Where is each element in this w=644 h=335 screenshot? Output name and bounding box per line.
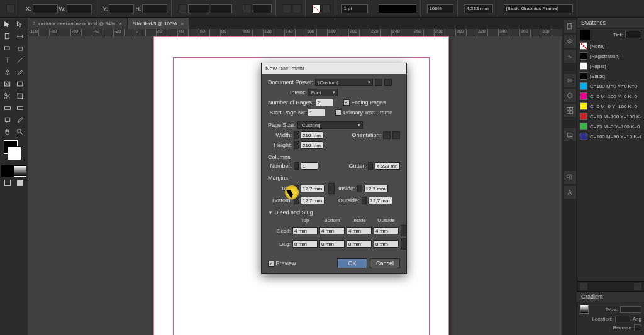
- close-icon[interactable]: ×: [180, 21, 184, 26]
- orientation-landscape[interactable]: [392, 131, 400, 139]
- link-margins-icon[interactable]: [328, 183, 335, 194]
- bleed-bottom[interactable]: [319, 227, 345, 234]
- links-panel-icon[interactable]: [564, 50, 576, 63]
- stroke-swatch[interactable]: [8, 146, 21, 160]
- preset-dd[interactable]: [Custom]: [315, 79, 373, 86]
- cols-stepper[interactable]: [294, 162, 299, 170]
- gap-field[interactable]: [464, 4, 493, 13]
- doc-tab-1[interactable]: 2_каталог светильники.indd @ 94%×: [28, 18, 128, 29]
- top-stepper[interactable]: [294, 185, 299, 192]
- location-field[interactable]: [615, 316, 630, 322]
- doc-tab-2[interactable]: *Untitled-3 @ 106%×: [128, 18, 189, 29]
- swatch-row[interactable]: C=100 M=0 Y=0 K=0: [577, 81, 644, 91]
- selection-tool[interactable]: [1, 19, 14, 30]
- facing-checkbox[interactable]: ✓: [343, 99, 350, 106]
- color-panel-icon[interactable]: [564, 89, 576, 102]
- gutter-field[interactable]: [375, 162, 400, 170]
- swatches-panel-header[interactable]: Swatches: [577, 18, 644, 28]
- fill-icon[interactable]: [312, 4, 321, 13]
- link-slug-icon[interactable]: [401, 238, 407, 250]
- page-tool[interactable]: [1, 31, 14, 42]
- stroke-panel-icon[interactable]: [564, 74, 576, 87]
- gradient-swatch-tool[interactable]: [1, 102, 14, 114]
- slug-bottom[interactable]: [319, 240, 345, 248]
- type-tool[interactable]: [1, 55, 14, 66]
- rotate-field[interactable]: [253, 4, 272, 13]
- preview-view-icon[interactable]: [14, 177, 27, 189]
- swatch-row[interactable]: C=0 M=0 Y=100 K=0: [577, 101, 644, 111]
- gradient-panel-header[interactable]: Gradient: [577, 292, 644, 302]
- pages-panel-icon[interactable]: [564, 20, 576, 33]
- direct-selection-tool[interactable]: [14, 19, 27, 30]
- slug-inside[interactable]: [347, 240, 372, 248]
- pen-tool[interactable]: [1, 67, 14, 78]
- margin-outside-field[interactable]: [369, 197, 392, 204]
- stroke-icon[interactable]: [322, 4, 331, 13]
- page-size-dd[interactable]: [Custom]: [297, 121, 363, 129]
- content-collector-tool[interactable]: [1, 43, 14, 54]
- fill-proxy[interactable]: [580, 30, 590, 40]
- swatch-row[interactable]: C=15 M=100 Y=100 K=0: [577, 111, 644, 121]
- ptf-checkbox[interactable]: [335, 109, 341, 116]
- delete-swatch-icon[interactable]: [634, 283, 641, 290]
- note-tool[interactable]: [1, 114, 14, 126]
- rectangle-tool[interactable]: [14, 79, 27, 90]
- gradient-type-dd[interactable]: [620, 306, 641, 313]
- gutter-stepper[interactable]: [368, 162, 373, 170]
- line-tool[interactable]: [14, 55, 27, 66]
- delete-preset-icon[interactable]: [384, 79, 392, 86]
- character-panel-icon[interactable]: [564, 186, 576, 199]
- scale-icon[interactable]: [178, 4, 187, 13]
- gradient-feather-tool[interactable]: [14, 102, 27, 114]
- scale-y[interactable]: [211, 4, 232, 13]
- hand-tool[interactable]: [1, 126, 14, 138]
- tint-field[interactable]: [625, 31, 641, 38]
- normal-view-icon[interactable]: [1, 177, 14, 189]
- new-swatch-icon[interactable]: [580, 283, 587, 290]
- rotate-icon[interactable]: [243, 4, 252, 13]
- swatch-row[interactable]: C=100 M=90 Y=10 K=0: [577, 131, 644, 141]
- close-icon[interactable]: ×: [119, 21, 122, 26]
- scissors-tool[interactable]: [1, 91, 14, 102]
- scale-x[interactable]: [188, 4, 209, 13]
- h-field[interactable]: [142, 4, 167, 13]
- reverse-button[interactable]: [634, 324, 641, 331]
- preview-checkbox[interactable]: ✓: [268, 261, 274, 267]
- flip-h-icon[interactable]: [282, 4, 291, 13]
- ok-button[interactable]: OK: [337, 258, 367, 268]
- link-bleed-icon[interactable]: [401, 225, 407, 236]
- cc-libraries-icon[interactable]: [564, 128, 576, 141]
- inside-stepper[interactable]: [357, 185, 362, 192]
- stroke-weight-dd[interactable]: 1 pt: [341, 4, 368, 13]
- bleed-top[interactable]: [292, 227, 318, 234]
- apply-gradient-icon[interactable]: [14, 165, 27, 177]
- swatch-row[interactable]: [Paper]: [577, 61, 644, 71]
- swatch-row[interactable]: [Registration]: [577, 51, 644, 61]
- slug-top[interactable]: [292, 240, 318, 248]
- intent-dd[interactable]: Print: [308, 89, 338, 96]
- swatch-row[interactable]: [Black]: [577, 71, 644, 81]
- start-field[interactable]: [308, 109, 325, 116]
- w-field[interactable]: [67, 4, 92, 13]
- stroke-style-dd[interactable]: [379, 4, 416, 13]
- bottom-stepper[interactable]: [294, 197, 299, 204]
- x-field[interactable]: [33, 4, 58, 13]
- swatches-panel-icon[interactable]: [564, 104, 576, 117]
- bleed-outside[interactable]: [374, 227, 399, 234]
- slug-outside[interactable]: [374, 240, 399, 248]
- height-stepper[interactable]: [294, 141, 299, 149]
- object-style-dd[interactable]: [Basic Graphics Frame]: [504, 4, 573, 13]
- paragraph-panel-icon[interactable]: [564, 171, 576, 184]
- eyedropper-tool[interactable]: [14, 114, 27, 126]
- margin-inside-field[interactable]: [364, 185, 388, 192]
- pencil-tool[interactable]: [14, 67, 27, 78]
- flip-v-icon[interactable]: [292, 4, 301, 13]
- ref-point-icon[interactable]: [6, 4, 15, 13]
- content-placer-tool[interactable]: [14, 43, 27, 54]
- outside-stepper[interactable]: [362, 197, 367, 204]
- orientation-portrait[interactable]: [383, 131, 391, 139]
- free-transform-tool[interactable]: [14, 91, 27, 102]
- gap-tool[interactable]: [14, 31, 27, 42]
- rectangle-frame-tool[interactable]: [1, 79, 14, 90]
- margin-top-field[interactable]: [301, 185, 325, 192]
